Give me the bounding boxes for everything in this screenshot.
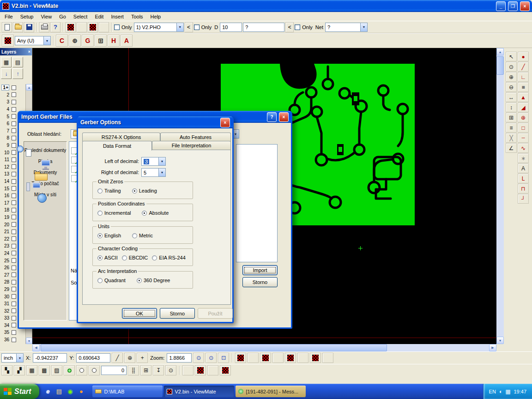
pattern-tool-button[interactable] [99,22,109,32]
tab-auto-features[interactable]: Auto Features [160,133,231,141]
layer-color-box[interactable] [12,200,16,205]
draw-tool-button[interactable]: ◢ [518,103,529,112]
horizontal-scroll-thumb[interactable] [41,344,387,351]
vertical-scroll-thumb[interactable] [496,56,504,75]
grid-tool-button[interactable]: ▨ [51,365,62,375]
view-tool-button[interactable]: ⊖ [506,82,517,92]
menu-item[interactable]: Go [55,13,70,20]
snap-tool-button[interactable]: ↧ [153,365,164,375]
radio-option[interactable]: EBCDIC [122,255,148,260]
task-button-explorer[interactable]: D:\MLAB [92,386,163,397]
draw-tool-button[interactable]: L [518,174,529,183]
right-of-decimal-combobox[interactable]: 5 ▼ [141,168,166,177]
cancel-button[interactable]: Storno [160,308,195,319]
display-mode-button[interactable] [322,353,333,363]
scroll-down-icon[interactable]: ▼ [26,338,32,344]
draw-tool-button[interactable]: ■ [518,82,529,92]
menu-item[interactable]: Help [147,13,165,20]
layer-color-box[interactable] [12,330,16,335]
measure-tool-button[interactable]: + [137,353,148,363]
display-mode-button[interactable] [310,353,321,363]
grid-tool-button[interactable]: ▚ [1,365,12,375]
layer-color-box[interactable] [12,85,16,90]
layer-color-box[interactable] [12,92,16,97]
layer-color-box[interactable] [12,338,16,342]
zoom-tool-button[interactable]: ⊡ [218,353,229,363]
layer-color-box[interactable] [12,251,16,255]
layer-color-box[interactable] [12,294,16,299]
highlight-tool-button[interactable]: C [56,35,68,47]
radio-option[interactable]: Absolute [142,210,169,216]
place-my-computer[interactable]: Tento počítač [24,181,66,186]
tray-icon[interactable]: ◐ [499,388,502,395]
draw-tool-button[interactable]: ⊕ [518,113,529,122]
layer-color-box[interactable] [12,193,16,198]
layers-tool-button[interactable]: ▦ [1,57,12,67]
display-mode-button[interactable] [297,353,308,363]
draw-tool-button[interactable]: ∿ [518,143,529,153]
layer-row[interactable]: 3 [0,98,25,106]
display-mode-button[interactable] [260,353,271,363]
layer-color-box[interactable] [12,107,16,112]
layer-color-box[interactable] [12,100,16,104]
scroll-up-icon[interactable]: ▲ [26,84,32,91]
measure-tool-button[interactable]: ╱ [112,353,123,363]
start-button[interactable]: Start [0,384,39,399]
view-tool-button[interactable]: ↔ [506,92,517,102]
radio-option[interactable]: Metric [132,233,153,238]
layer-row[interactable]: 35 [0,329,25,336]
only-net-checkbox[interactable] [295,24,300,30]
new-file-button[interactable] [2,22,12,32]
snap-tool-button[interactable]: ⣿ [128,365,139,375]
prev-dcode-button[interactable]: < [185,22,193,32]
view-tool-button[interactable]: ╳ [506,133,517,143]
scroll-left-icon[interactable]: ◀ [32,344,40,351]
snap-tool-button[interactable]: ⊞ [140,365,151,375]
radio-option[interactable]: Trailing [97,188,121,193]
draw-tool-button[interactable]: □ [518,123,529,133]
draw-tool-button[interactable]: ∗ [518,153,529,163]
display-mode-button[interactable] [272,353,284,363]
display-mode-button[interactable] [248,353,259,363]
measure-tool-button[interactable]: ⊕ [124,353,135,363]
place-desktop[interactable]: Plocha [24,159,66,164]
only-dcode-checkbox[interactable] [194,24,200,30]
radio-option[interactable]: English [97,233,121,238]
horizontal-scrollbar[interactable]: ◀ ▶ [32,344,496,351]
dcode-input[interactable]: 10 [220,23,242,32]
context-help-button[interactable]: ? [50,22,60,32]
pattern-tool-button[interactable] [66,22,76,32]
place-documents[interactable]: Dokumenty [24,170,66,175]
dialog-close-button[interactable]: × [220,118,230,127]
tab-data-format[interactable]: Data Format [82,141,152,151]
layers-tool-button[interactable]: ↓ [1,68,12,79]
layer-row-current[interactable]: 1+ [0,84,25,91]
open-file-button[interactable] [13,22,23,32]
layer-color-box[interactable] [12,114,16,119]
chevron-down-icon[interactable]: ▼ [158,169,165,176]
scroll-up-icon[interactable]: ▲ [496,48,504,55]
layer-color-box[interactable] [12,215,16,219]
zoom-tool-button[interactable]: ⊙ [206,353,217,363]
snap-tool-button[interactable]: ⊙ [165,365,176,375]
grid-tool-button[interactable]: ▞ [14,365,25,375]
aperture-combobox[interactable]: Any (U) ▼ [15,36,51,45]
menu-item[interactable]: Edit [91,13,107,20]
zoom-value[interactable]: 1.8866 [167,353,192,363]
layer-color-box[interactable] [12,266,16,270]
pattern-tool-button[interactable] [88,22,98,32]
radio-option[interactable]: Leading [132,188,157,193]
layer-color-box[interactable] [12,179,16,184]
place-recent-documents[interactable]: Poslední dokumenty [24,148,66,153]
cancel-button[interactable]: Storno [242,277,278,287]
tab-file-interpretation[interactable]: File Interpretation [152,141,231,150]
layer-color-box[interactable] [12,208,16,212]
clock[interactable]: 19:47 [514,389,526,394]
save-button[interactable] [24,22,34,32]
print-button[interactable] [39,22,49,32]
dcode-filter-input[interactable]: ? [243,23,284,32]
highlight-tool-button[interactable]: ⊕ [69,35,81,47]
online-status-button[interactable] [64,365,75,375]
draw-tool-button[interactable]: ∟ [518,72,529,82]
language-indicator[interactable]: EN [489,389,496,394]
